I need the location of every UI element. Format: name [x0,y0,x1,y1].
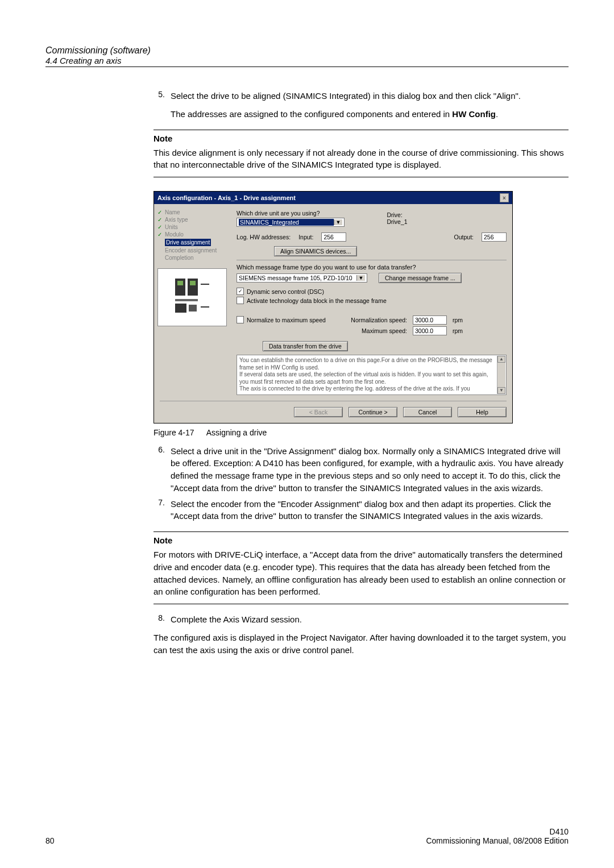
message-frame-select[interactable]: SIEMENS message frame 105, PZD-10/10 ▼ [237,273,367,283]
nav-item-units[interactable]: Units [157,223,227,231]
final-paragraph: The configured axis is displayed in the … [154,632,569,657]
checkbox-checked-icon: ✓ [237,288,244,295]
log-hw-label: Log. HW addresses: [237,234,291,240]
dialog-titlebar: Axis configuration - Axis_1 - Drive assi… [154,192,512,204]
figure-number: Figure 4-17 [154,428,194,437]
back-button[interactable]: < Back [294,407,343,417]
change-message-frame-button[interactable]: Change message frame ... [379,273,462,283]
note-1-label: Note [154,134,569,143]
chevron-down-icon: ▼ [356,275,365,281]
step-number: 6. [154,445,165,495]
continue-button[interactable]: Continue > [349,407,397,417]
message-frame-value: SIEMENS message frame 105, PZD-10/10 [239,275,352,281]
checkbox-empty-icon [237,297,244,304]
step-5-text-b: The addresses are assigned to the config… [171,108,569,121]
dialog-title: Axis configuration - Axis_1 - Drive assi… [157,194,296,201]
footer-edition: Commissioning Manual, 08/2008 Edition [426,836,569,845]
note-2-top-rule [154,531,569,532]
footer-right: D410 Commissioning Manual, 08/2008 Editi… [426,827,569,845]
step-5: 5. Select the drive to be aligned (SINAM… [154,90,569,121]
hw-config-bold: HW Config [452,109,496,119]
step-5-text-a: Select the drive to be aligned (SINAMICS… [171,90,569,102]
running-head-chapter: Commissioning (software) [45,45,569,56]
chevron-down-icon: ▼ [334,219,342,225]
close-icon[interactable]: × [500,193,509,202]
drive-unit-select[interactable]: SINAMICS_Integrated ▼ [237,218,345,227]
step-6-text: Select a drive unit in the "Drive Assign… [171,445,569,495]
input-address[interactable]: 256 [321,232,346,242]
step-7: 7. Select the encoder from the "Encoder … [154,498,569,523]
nav-item-name[interactable]: Name [157,209,227,216]
cancel-button[interactable]: Cancel [403,407,452,417]
dsc-checkbox[interactable]: ✓ Dynamic servo control (DSC) [237,288,507,295]
nav-item-drive-assignment[interactable]: Drive assignment [157,238,227,247]
note-2-text: For motors with DRIVE-CLiQ interface, a … [154,549,569,604]
drive-question: Which drive unit are you using? [237,210,345,217]
note-1-top-rule [154,130,569,130]
dsc-label: Dynamic servo control (DSC) [247,288,324,295]
step-5-text-b-pre: The addresses are assigned to the config… [171,109,452,119]
nav-item-completion[interactable]: Completion [157,254,227,261]
input-label: Input: [298,234,313,240]
dialog-body: Name Axis type Units Modulo Drive assign… [154,204,512,401]
figure-caption: Figure 4-17 Assigning a drive [154,428,569,437]
footer-product: D410 [426,827,569,836]
output-label: Output: [454,234,474,240]
nav-item-modulo[interactable]: Modulo [157,231,227,238]
scroll-down-icon[interactable]: ▼ [497,387,505,394]
dialog-main: Which drive unit are you using? SINAMICS… [231,204,512,401]
message-frame-question: Which message frame type do you want to … [237,264,507,271]
scroll-up-icon[interactable]: ▲ [497,356,505,363]
output-address[interactable]: 256 [482,232,507,242]
step-7-text: Select the encoder from the "Encoder Ass… [171,498,569,523]
description-textarea[interactable]: You can establish the connection to a dr… [237,355,507,395]
step-8: 8. Complete the Axis Wizard session. [154,613,569,626]
svg-rect-5 [175,304,186,313]
step-5-text-b-post: . [496,109,498,119]
separator [237,260,507,260]
page: Commissioning (software) 4.4 Creating an… [0,0,614,868]
note-1-text: This device alignment is only necessary … [154,147,569,178]
normalize-checkbox[interactable]: Normalize to maximum speed [237,316,339,323]
normalization-speed-input[interactable]: 3000.0 [413,315,447,325]
checkbox-empty-icon [237,316,244,323]
step-body: Select the drive to be aligned (SINAMICS… [171,90,569,121]
scrollbar[interactable]: ▲ ▼ [497,356,505,394]
note-2-label: Note [154,535,569,545]
step-number: 5. [154,90,165,121]
description-text: You can establish the connection to a dr… [239,357,504,393]
tech-block-checkbox[interactable]: Activate technology data block in the me… [237,297,507,304]
drive-value: Drive_1 [387,218,407,225]
data-transfer-button[interactable]: Data transfer from the drive [263,341,348,351]
nav-item-encoder-assignment[interactable]: Encoder assignment [157,247,227,254]
align-sinamics-button[interactable]: Align SINAMICS devices... [274,246,357,256]
help-button[interactable]: Help [458,407,507,417]
drive-unit-value: SINAMICS_Integrated [239,219,334,226]
dialog-footer: < Back Continue > Cancel Help [154,401,512,423]
main-content: 5. Select the drive to be aligned (SINAM… [154,90,569,656]
step-number: 8. [154,613,165,626]
normalization-speed-label: Normalization speed: [345,317,407,323]
maximum-speed-input[interactable]: 3000.0 [413,326,447,335]
running-head-section: 4.4 Creating an axis [45,56,569,67]
tech-block-label: Activate technology data block in the me… [247,297,387,304]
wizard-nav: Name Axis type Units Modulo Drive assign… [154,204,231,401]
step-8-text: Complete the Axis Wizard session. [171,613,569,626]
svg-rect-6 [189,305,197,312]
rpm-unit: rpm [453,327,463,334]
step-6: 6. Select a drive unit in the "Drive Ass… [154,445,569,495]
normalize-label: Normalize to maximum speed [247,317,326,323]
drive-label: Drive: [387,211,407,218]
maximum-speed-label: Maximum speed: [345,327,407,334]
svg-rect-4 [175,299,198,301]
nav-item-axis-type[interactable]: Axis type [157,216,227,223]
page-footer: 80 D410 Commissioning Manual, 08/2008 Ed… [45,827,569,845]
page-number: 80 [45,836,55,845]
svg-rect-3 [190,281,196,285]
figure-caption-text: Assigning a drive [206,428,267,437]
device-icon [169,273,215,322]
svg-rect-2 [177,281,183,285]
screenshot-dialog: Axis configuration - Axis_1 - Drive assi… [154,191,513,423]
rpm-unit: rpm [453,317,463,323]
wizard-preview-image [157,268,227,326]
